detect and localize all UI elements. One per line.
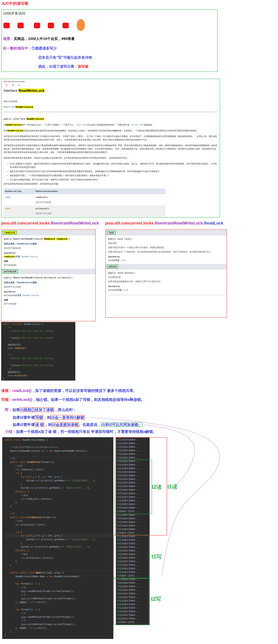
- text-segment: ): [88, 486, 89, 489]
- text-segment: readLock: [112, 130, 121, 132]
- text-segment: int: [28, 476, 32, 478]
- decl-prefix: public interface: [4, 118, 27, 120]
- text-segment: public void: [5, 516, 26, 519]
- method-link[interactable]: writeLock(): [36, 207, 164, 210]
- text-segment: Thread(() -> {: [19, 608, 40, 611]
- text-segment: [41, 476, 42, 478]
- text-segment: *: [3, 333, 10, 336]
- text-segment: rwl: [41, 450, 45, 452]
- method-description: 获取读锁。: [108, 242, 224, 245]
- text-segment: "t2": [29, 627, 34, 630]
- project-line: 在一般的项目中：①都是读多写少: [3, 46, 57, 51]
- reader-square-shape: [34, 23, 40, 28]
- text-segment: A: [4, 124, 5, 126]
- text-segment: 是独家的。: [144, 124, 154, 126]
- text-segment: ;: [94, 538, 96, 541]
- text-segment: new: [49, 450, 53, 452]
- console-output: t1正在执行读操作...t1正在执行读操作...t1正在执行读操作...t1正在…: [116, 437, 150, 625]
- text-segment: System.: [5, 479, 36, 482]
- text-segment: ++) {: [56, 534, 63, 537]
- copied-from-note: 说明从界面：ReadWriteLock复制: [4, 242, 93, 245]
- col-method-description: Method and Description: [34, 188, 165, 194]
- console-line: t2写操作【完毕】...: [117, 620, 150, 624]
- cell-method-description: writeLock()返回用于写入的锁。: [34, 206, 165, 217]
- text-segment: 虽然读写锁的基本操作是直接的，但是执行必须做出许多策略决策，这可能会影响给定应用…: [4, 157, 129, 159]
- text-segment: //读: [5, 586, 26, 589]
- text-segment: [5, 590, 21, 592]
- code-line: demo.readMethod(Thread.currentThread());: [5, 615, 113, 619]
- text-segment: 100: [48, 476, 52, 478]
- text-segment: ，则: [44, 422, 52, 427]
- console-line: t2正在执行读操作...: [117, 474, 150, 477]
- list-item: 确定锁是否可重入：一个具有写锁的线程是否可以重新获取？ 持有写锁可以获取读锁吗？…: [10, 174, 218, 178]
- code-line: }: [5, 542, 113, 545]
- code-line: rwl.writeLock().lock();: [5, 523, 113, 527]
- text-segment: ;: [52, 498, 53, 500]
- code-line: }: [5, 564, 113, 567]
- method-section-bar: readLock: [2, 230, 95, 236]
- text-segment: Lock: [3, 374, 14, 377]
- text-segment: (): [25, 374, 28, 377]
- text-segment: 读写锁是否会提高使用互斥锁的性能取决于数据被读取的频率与被修改的频率相比，读取和…: [4, 144, 217, 154]
- text-segment: Lock: [121, 259, 126, 262]
- console-line: t1正在执行读操作...: [117, 520, 150, 524]
- console-line: t2正在执行读操作...: [117, 477, 150, 481]
- impl-class-link[interactable]: ReentrantReadWriteLock: [4, 105, 218, 109]
- text-segment: ，一个用于只读操作，一个用于写入。: [41, 124, 76, 126]
- text-segment: {: [19, 472, 22, 474]
- text-segment: writeLock: [14, 374, 25, 377]
- text-segment: i: [55, 534, 56, 537]
- code-line: }: [5, 501, 113, 504]
- text-segment: ReentrantReadWriteLock: [51, 221, 99, 226]
- text-segment: //写: [5, 512, 15, 515]
- text-segment: lock: [108, 259, 113, 262]
- conclusion-line: 因此，出现了读写分离：读写锁: [38, 64, 88, 69]
- code-line: }: [5, 630, 113, 634]
- console-line: t1正在执行读操作...: [117, 499, 150, 502]
- code-line: }finally {: [5, 549, 113, 552]
- interface-declaration: public interface ReadWriteLock: [4, 117, 218, 121]
- code-line: [5, 578, 113, 582]
- text-segment: writeLock: [4, 294, 15, 296]
- result-value: 用于阅读的锁: [4, 264, 93, 266]
- console-line: t1正在执行写操作...: [117, 549, 150, 552]
- console-line: t1读操作【完毕】...: [117, 531, 150, 534]
- method-link[interactable]: readLock(): [36, 196, 164, 199]
- text-segment: */: [3, 368, 12, 370]
- text-segment: out: [30, 486, 34, 489]
- copied-from-note: 说明从界面：ReadWriteLock复制: [4, 281, 93, 284]
- text-segment: [32, 534, 33, 537]
- text-segment: <: [44, 476, 48, 478]
- text-segment: ;: [44, 468, 45, 471]
- code-line: for (int i = 0; i < 100; i++) {: [5, 534, 113, 538]
- text-segment: ()): [71, 623, 75, 626]
- code-line: //解锁: [5, 552, 113, 556]
- javadoc-paragraph: A ReadWriteLock维护一对关联的locks，一个用于只读操作，一个用…: [4, 123, 218, 127]
- text-segment: finally: [17, 549, 26, 552]
- text-segment: "正在执行写操作...": [71, 538, 93, 541]
- code-line: }: [5, 482, 113, 486]
- reader-square-shape: [4, 23, 10, 28]
- text-segment: 写锁：: [1, 398, 12, 402]
- code-line: [5, 527, 113, 530]
- text-segment: write lock: [132, 124, 144, 126]
- heading-readlock: java.util.concurrent.locks.ReentrantRead…: [105, 221, 223, 226]
- code-line: @NotNull(): [3, 370, 74, 374]
- text-segment: (: [25, 534, 28, 537]
- text-segment: rwl: [15, 468, 19, 471]
- code-line: }: [5, 504, 113, 508]
- readwritelockdemo-code: public class ReadWriteLockDemo { //可重入的读…: [2, 437, 113, 639]
- text-segment: [5, 534, 21, 537]
- list-item: 确定在读卡器处于活动状态并且写入器正在等待时请求读取锁定的读取器是否被授予读取锁…: [10, 170, 218, 173]
- text-segment: new: [15, 608, 19, 611]
- text-segment: (Thread t){: [40, 461, 55, 464]
- text-segment: .writeMethod(Thread.: [26, 597, 53, 600]
- text-segment: //读: [5, 612, 26, 615]
- table-row: LockreadLock()返回用于阅读的锁。: [4, 194, 165, 206]
- text-segment: ;: [73, 616, 75, 618]
- method-description: 如果读取器的数量现在为零，则锁定可用于写入锁定尝试。: [108, 280, 224, 283]
- method-section-body: public void unlock()尝试释放此锁。如果读取器的数量现在为零，…: [106, 272, 226, 296]
- text-segment: [32, 476, 33, 478]
- scene-label: 场景：: [3, 37, 14, 41]
- text-segment: ;: [46, 627, 47, 630]
